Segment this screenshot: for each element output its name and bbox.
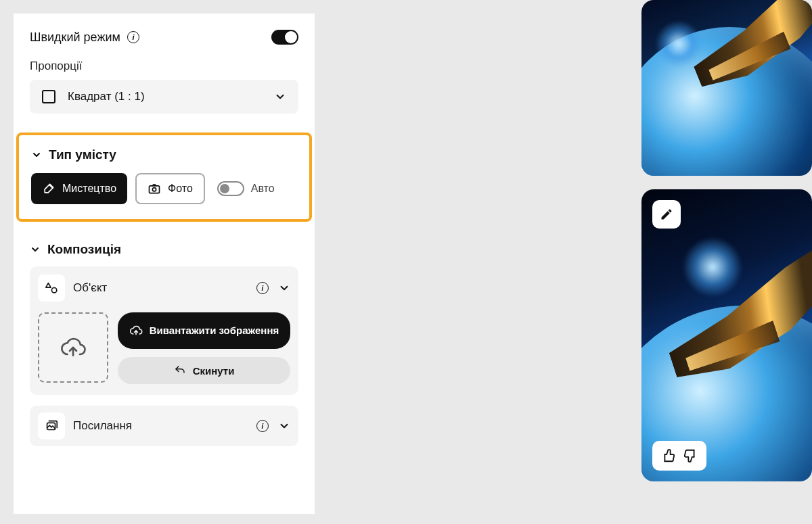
art-button[interactable]: Мистецтво xyxy=(31,173,127,204)
content-type-options: Мистецтво Фото Авто xyxy=(31,173,297,204)
art-button-label: Мистецтво xyxy=(62,183,116,195)
photo-button-label: Фото xyxy=(168,183,193,195)
camera-icon xyxy=(148,182,161,195)
upload-dropzone[interactable] xyxy=(38,312,108,383)
edit-button[interactable] xyxy=(652,200,681,229)
feedback-buttons xyxy=(652,441,706,471)
pencil-icon xyxy=(660,208,673,221)
upload-image-button[interactable]: Вивантажити зображення xyxy=(118,312,290,349)
aspect-ratio-value: Квадрат (1 : 1) xyxy=(68,90,145,103)
reset-button[interactable]: Скинути xyxy=(118,357,290,384)
aspect-ratio-dropdown[interactable]: Квадрат (1 : 1) xyxy=(30,80,298,114)
chevron-down-icon xyxy=(31,149,42,160)
svg-rect-0 xyxy=(150,186,160,193)
thumbs-down-button[interactable] xyxy=(683,448,698,463)
fast-mode-row: Швидкий режим i xyxy=(30,30,298,45)
info-icon[interactable]: i xyxy=(256,282,269,294)
cloud-upload-icon xyxy=(129,324,143,337)
chevron-down-icon xyxy=(278,282,290,294)
content-type-header[interactable]: Тип умісту xyxy=(31,147,297,162)
composition-title: Композиція xyxy=(47,242,121,257)
content-type-title: Тип умісту xyxy=(49,147,116,162)
square-icon xyxy=(42,90,55,103)
chevron-down-icon xyxy=(30,244,41,255)
proportions-label: Пропорції xyxy=(30,59,298,73)
object-card: Об'єкт i xyxy=(30,266,298,395)
settings-panel: Швидкий режим i Пропорції Квадрат (1 : 1… xyxy=(14,14,315,514)
chevron-down-icon xyxy=(274,91,286,103)
brush-icon xyxy=(42,182,55,195)
upload-row: Вивантажити зображення Скинути xyxy=(38,312,290,384)
thumbs-down-icon xyxy=(683,448,698,463)
reference-card-header[interactable]: Посилання i xyxy=(38,412,290,439)
fast-mode-label-group: Швидкий режим i xyxy=(30,30,139,45)
image-layers-icon xyxy=(38,412,65,439)
chevron-down-icon xyxy=(278,420,290,432)
thumbs-up-icon xyxy=(660,448,675,463)
auto-toggle[interactable] xyxy=(217,181,244,196)
thumbs-up-button[interactable] xyxy=(660,448,675,463)
photo-button[interactable]: Фото xyxy=(135,173,205,204)
reference-label: Посилання xyxy=(73,419,132,433)
composition-section: Композиція Об'єкт i xyxy=(30,242,298,446)
aspect-ratio-value-group: Квадрат (1 : 1) xyxy=(42,90,145,103)
fast-mode-toggle[interactable] xyxy=(271,30,298,45)
svg-point-2 xyxy=(51,288,56,293)
info-icon[interactable]: i xyxy=(127,31,139,43)
upload-image-label: Вивантажити зображення xyxy=(150,325,279,336)
result-image-2[interactable] xyxy=(641,189,812,481)
object-label: Об'єкт xyxy=(73,281,107,295)
reference-card: Посилання i xyxy=(30,406,298,446)
composition-header[interactable]: Композиція xyxy=(30,242,298,257)
fast-mode-label: Швидкий режим xyxy=(30,30,120,45)
info-icon[interactable]: i xyxy=(256,420,269,432)
svg-point-1 xyxy=(152,188,156,191)
auto-toggle-group: Авто xyxy=(217,181,275,196)
undo-icon xyxy=(174,364,186,377)
cloud-upload-icon xyxy=(60,334,87,361)
content-type-section: Тип умісту Мистецтво Фото Авто xyxy=(16,133,312,222)
object-card-header[interactable]: Об'єкт i xyxy=(38,275,290,302)
shapes-icon xyxy=(38,275,65,302)
auto-label: Авто xyxy=(251,183,275,195)
result-image-1[interactable] xyxy=(641,0,812,176)
reset-label: Скинути xyxy=(193,365,235,377)
